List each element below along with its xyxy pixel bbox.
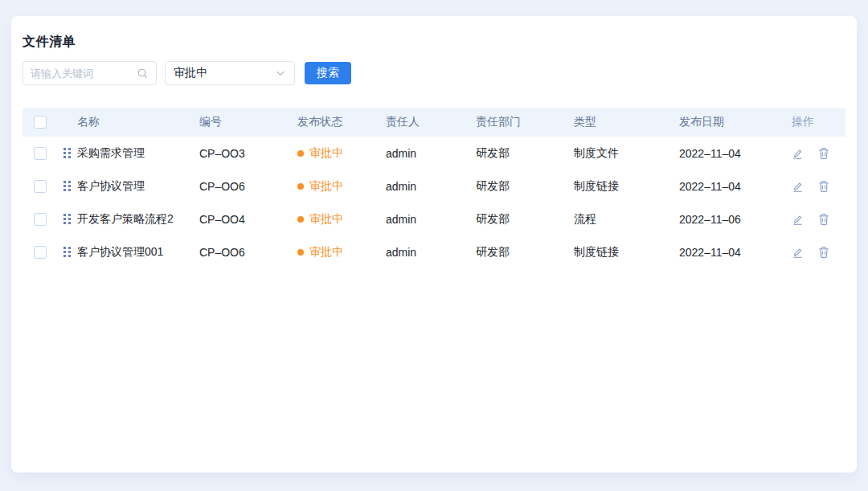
edit-pencil-icon[interactable]: [792, 180, 804, 193]
column-header-name: 名称: [55, 115, 199, 129]
row-department: 研发部: [476, 212, 574, 227]
search-icon: [137, 68, 149, 80]
table-row: 客户协议管理001 CP–OO6 审批中 admin 研发部 制度链接 2022…: [23, 235, 845, 268]
page-title: 文件清单: [23, 34, 845, 51]
row-owner: admin: [386, 180, 476, 193]
row-name: 客户协议管理001: [77, 245, 163, 260]
filter-bar: 审批中 搜索: [23, 61, 845, 85]
keyword-search-input[interactable]: [31, 68, 137, 80]
trash-icon[interactable]: [818, 213, 829, 226]
row-type: 制度链接: [574, 245, 679, 260]
file-list-card: 文件清单 审批中 搜索 名称 编号: [11, 16, 857, 473]
row-owner: admin: [386, 147, 476, 160]
drag-handle-icon[interactable]: [63, 246, 72, 258]
table-body: 采购需求管理 CP–OO3 审批中 admin 研发部 制度文件 2022–11…: [23, 137, 845, 268]
row-date: 2022–11–04: [679, 147, 792, 160]
trash-icon[interactable]: [818, 180, 829, 193]
search-button[interactable]: 搜索: [305, 62, 351, 84]
table-row: 开发客户策略流程2 CP–OO4 审批中 admin 研发部 流程 2022–1…: [23, 203, 845, 235]
row-type: 制度链接: [574, 179, 679, 194]
keyword-search-field[interactable]: [23, 61, 157, 85]
row-date: 2022–11–04: [679, 180, 792, 193]
row-status: 审批中: [309, 179, 343, 194]
edit-pencil-icon[interactable]: [792, 213, 804, 226]
status-select-value: 审批中: [174, 66, 207, 80]
row-department: 研发部: [476, 179, 574, 194]
chevron-down-icon: [275, 68, 286, 79]
row-checkbox[interactable]: [34, 147, 47, 160]
row-status: 审批中: [309, 212, 343, 227]
status-dot-icon: [297, 150, 304, 157]
row-date: 2022–11–06: [679, 213, 792, 226]
row-code: CP–OO6: [199, 246, 297, 259]
column-header-department: 责任部门: [476, 115, 574, 129]
trash-icon[interactable]: [818, 246, 829, 259]
select-all-checkbox[interactable]: [34, 116, 47, 129]
status-dot-icon: [297, 216, 304, 223]
row-checkbox[interactable]: [34, 213, 47, 226]
column-header-ops: 操作: [792, 115, 845, 129]
status-dot-icon: [297, 249, 304, 256]
table-row: 客户协议管理 CP–OO6 审批中 admin 研发部 制度链接 2022–11…: [23, 170, 845, 203]
row-name: 客户协议管理: [77, 179, 145, 194]
row-checkbox[interactable]: [34, 180, 47, 193]
column-header-code: 编号: [199, 115, 297, 129]
row-code: CP–OO6: [199, 180, 297, 193]
edit-pencil-icon[interactable]: [792, 147, 804, 160]
trash-icon[interactable]: [818, 147, 829, 160]
file-table: 名称 编号 发布状态 责任人 责任部门 类型 发布日期 操作 采购需求管理 CP…: [23, 108, 845, 268]
drag-handle-icon[interactable]: [63, 180, 72, 192]
column-header-type: 类型: [574, 115, 679, 129]
column-header-status: 发布状态: [297, 115, 386, 129]
row-type: 制度文件: [574, 146, 679, 161]
drag-handle-icon[interactable]: [63, 147, 72, 159]
row-owner: admin: [386, 213, 476, 226]
table-header-row: 名称 编号 发布状态 责任人 责任部门 类型 发布日期 操作: [23, 108, 845, 137]
row-owner: admin: [386, 246, 476, 259]
row-date: 2022–11–04: [679, 246, 792, 259]
column-header-date: 发布日期: [679, 115, 792, 129]
row-department: 研发部: [476, 146, 574, 161]
drag-handle-icon[interactable]: [63, 213, 72, 225]
row-code: CP–OO4: [199, 213, 297, 226]
status-select[interactable]: 审批中: [165, 61, 295, 85]
row-checkbox[interactable]: [34, 246, 47, 259]
row-type: 流程: [574, 212, 679, 227]
table-row: 采购需求管理 CP–OO3 审批中 admin 研发部 制度文件 2022–11…: [23, 137, 845, 170]
row-code: CP–OO3: [199, 147, 297, 160]
row-name: 开发客户策略流程2: [77, 212, 174, 227]
column-header-owner: 责任人: [386, 115, 476, 129]
edit-pencil-icon[interactable]: [792, 246, 804, 259]
status-dot-icon: [297, 183, 304, 190]
row-department: 研发部: [476, 245, 574, 260]
row-status: 审批中: [309, 146, 343, 161]
row-status: 审批中: [309, 245, 343, 260]
row-name: 采购需求管理: [77, 146, 145, 161]
